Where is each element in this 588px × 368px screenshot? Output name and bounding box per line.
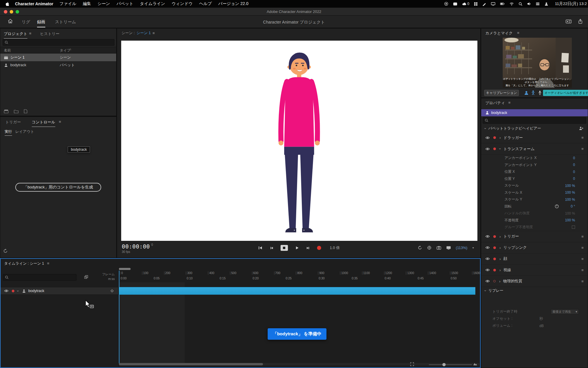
tab-history[interactable]: ヒストリー — [40, 31, 59, 38]
volume-icon[interactable] — [527, 2, 531, 6]
menubar-app-name[interactable]: Character Animator — [12, 1, 56, 6]
play-button-icon[interactable] — [295, 246, 299, 250]
menubar-item-5[interactable]: ウィンドウ — [168, 1, 196, 6]
property-value[interactable]: 0 — [573, 177, 575, 181]
monitor-icon[interactable] — [446, 246, 451, 250]
properties-search-input[interactable] — [483, 117, 586, 124]
behavior-row-face[interactable]: ›顔≡ — [481, 253, 588, 265]
timeline-search-input[interactable] — [3, 274, 76, 281]
stop-button[interactable] — [280, 245, 288, 251]
chevron-icon[interactable]: › — [499, 246, 501, 250]
window-grid-icon[interactable] — [474, 2, 478, 6]
property-value[interactable]: 100 % — [565, 190, 575, 195]
refresh-icon[interactable] — [3, 249, 8, 253]
menubar-clock[interactable]: 11月22日(月) 13:2 — [553, 1, 587, 6]
menubar-item-4[interactable]: タイムライン — [136, 1, 168, 6]
keyframe-icon[interactable] — [110, 289, 114, 293]
chevron-icon[interactable]: › — [499, 235, 501, 238]
visibility-eye-icon[interactable] — [485, 235, 490, 238]
behavior-row-transform[interactable]: ›トランスフォーム≡ — [481, 143, 588, 155]
tab-record[interactable]: 録画 — [37, 19, 45, 27]
arm-record-dot[interactable] — [493, 235, 496, 238]
behavior-row-triggers[interactable]: ›トリガー≡ — [481, 231, 588, 242]
behavior-menu-icon[interactable]: ≡ — [581, 257, 584, 261]
property-value[interactable]: 0 — [573, 170, 575, 174]
timer-wheel-icon[interactable] — [427, 246, 432, 250]
menubar-item-2[interactable]: シーン — [94, 1, 114, 6]
project-column-headers[interactable]: 名前 タイプ ↑ — [0, 47, 116, 53]
scrollbar-thumb[interactable] — [119, 363, 263, 365]
behavior-row-dragger[interactable]: ›ドラッガー≡ — [481, 132, 588, 143]
microphone-icon[interactable] — [538, 90, 542, 95]
menubar-item-3[interactable]: パペット — [113, 1, 136, 6]
creative-cloud-icon[interactable] — [453, 2, 457, 6]
collapse-chevron-icon[interactable]: › — [484, 290, 487, 291]
webcam-feed[interactable]: ボディトラッキングの場合は、上の「キャリブレーション」ボタンを押してから、 腕を… — [503, 38, 572, 88]
tab-project[interactable]: プロジェクト — [4, 31, 27, 39]
timeline-zoom-slider[interactable] — [429, 364, 472, 365]
trigger-end-dropdown[interactable]: 最後まで再生▾ — [551, 309, 579, 314]
property-value[interactable]: 100 % — [565, 184, 575, 188]
go-to-start-icon[interactable] — [258, 246, 262, 250]
timeline-zoom-knob[interactable] — [442, 363, 446, 366]
chevron-icon[interactable]: › — [499, 268, 501, 272]
behavior-menu-icon[interactable]: ≡ — [581, 268, 584, 272]
tab-stream[interactable]: ストリーム — [55, 19, 76, 27]
arm-record-dot[interactable] — [493, 280, 496, 282]
rotation-dial-icon[interactable] — [555, 204, 559, 208]
property-checkbox[interactable] — [572, 226, 575, 229]
arm-record-dot[interactable] — [493, 246, 496, 249]
record-button[interactable] — [317, 246, 321, 250]
scene-panel-menu-icon[interactable]: ≡ — [153, 31, 155, 35]
chevron-icon[interactable]: › — [499, 279, 500, 283]
project-row-0[interactable]: シーン 1シーン — [0, 54, 116, 61]
stream-output-icon[interactable] — [566, 19, 572, 24]
new-folder-icon[interactable] — [14, 109, 19, 113]
snap-icon[interactable] — [84, 275, 88, 279]
behavior-menu-icon[interactable]: ≡ — [581, 147, 584, 151]
property-value[interactable]: 0 — [573, 163, 575, 167]
tab-triggers[interactable]: トリガー — [5, 120, 21, 127]
subtab-layout[interactable]: レイアウト — [15, 129, 34, 135]
spotlight-icon[interactable] — [519, 2, 522, 6]
column-type[interactable]: タイプ — [60, 48, 71, 53]
track-chevron-icon[interactable]: › — [16, 290, 20, 291]
generate-controls-button[interactable]: 「bodytrack」用のコントロールを生成 — [15, 183, 101, 192]
track-arm-record-dot[interactable] — [12, 290, 14, 292]
subtab-perform[interactable]: 実行 — [5, 129, 12, 136]
zoom-dropdown-caret-icon[interactable]: ▾ — [472, 246, 474, 249]
behavior-row-physics[interactable]: ›物理的性質≡ — [481, 276, 588, 287]
playhead[interactable] — [119, 271, 119, 364]
share-icon[interactable] — [578, 19, 583, 24]
arm-record-dot[interactable] — [493, 269, 496, 271]
face-track-icon[interactable] — [524, 90, 529, 95]
chevron-icon[interactable]: › — [499, 257, 501, 261]
track-header-bodytrack[interactable]: › bodytrack — [1, 287, 118, 295]
loop-icon[interactable] — [418, 246, 422, 250]
pen-tablet-icon[interactable] — [482, 2, 486, 6]
home-icon[interactable] — [8, 19, 13, 24]
chevron-icon[interactable]: › — [499, 136, 501, 140]
collapse-chevron-icon[interactable]: › — [484, 128, 487, 129]
menubar-item-6[interactable]: ヘルプ — [196, 1, 215, 6]
control-center-icon[interactable] — [536, 2, 540, 6]
replay-section-header[interactable]: › リプレー — [481, 287, 588, 295]
add-behavior-icon[interactable] — [579, 126, 584, 130]
arm-record-dot[interactable] — [493, 258, 496, 260]
new-item-icon[interactable] — [24, 109, 27, 113]
behavior-menu-icon[interactable]: ≡ — [581, 246, 584, 250]
visibility-eye-icon[interactable] — [485, 280, 490, 283]
playback-speed[interactable]: 1.0 倍 — [330, 246, 339, 251]
sync-status-icon[interactable] — [462, 2, 467, 6]
selected-puppet-row[interactable]: bodytrack — [481, 109, 588, 116]
behavior-row-lipsync[interactable]: ›リップシンク≡ — [481, 242, 588, 253]
arm-record-dot[interactable] — [493, 147, 496, 150]
new-scene-icon[interactable] — [4, 109, 9, 113]
screen-record-icon[interactable] — [444, 2, 448, 6]
menubar-item-7[interactable]: バージョン 22.0 — [215, 1, 251, 6]
behaviors-section-header[interactable]: › パペットトラックビヘイビアー — [481, 125, 588, 132]
calibrate-button[interactable]: キャリブレーション — [484, 90, 519, 96]
wifi-icon[interactable] — [509, 2, 514, 6]
next-frame-icon[interactable] — [306, 246, 310, 250]
behavior-row-gaze[interactable]: ›視線≡ — [481, 265, 588, 276]
